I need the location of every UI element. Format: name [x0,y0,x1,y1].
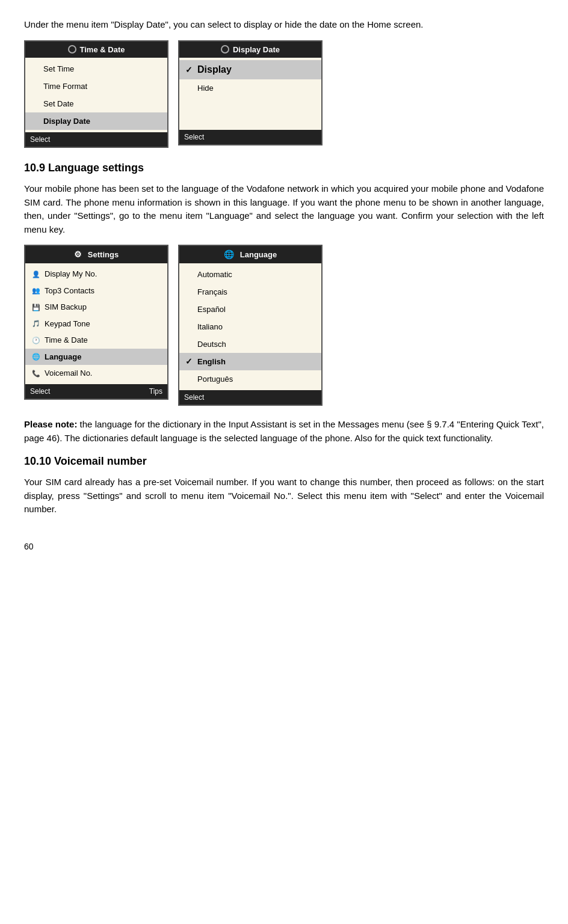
screenshot-row-2: ⚙ Settings 👤 Display My No. 👥 Top3 Conta… [24,245,544,406]
voicemail-paragraph: Your SIM card already has a pre-set Voic… [24,476,544,516]
phone-screen-display-date: Display Date ✓ Display Hide Select [178,40,323,146]
menu-item-italiano: Italiano [179,318,321,335]
screen1-menu-list: Set Time Time Format Set Date Display Da… [25,58,167,132]
contacts-icon: 👥 [31,286,41,295]
menu-item-time-date: 🕐 Time & Date [25,332,167,349]
screen4-title: Language [240,249,277,261]
screen1-select-btn[interactable]: Select [30,134,50,145]
screen1-title: Time & Date [80,44,125,56]
menu-item-top3: 👥 Top3 Contacts [25,283,167,299]
screen3-settings-icon: ⚙ [74,248,82,261]
screenshot-row-1: Time & Date Set Time Time Format Set Dat… [24,40,544,148]
screen4-bottom-bar: Select [179,390,321,405]
section-heading-language: 10.9 Language settings [24,160,544,176]
phone-screen-time-date: Time & Date Set Time Time Format Set Dat… [24,40,168,148]
screen2-menu-list: ✓ Display Hide [179,58,321,130]
screen1-title-bar: Time & Date [25,41,167,58]
screen4-menu-list: Automatic Français Español Italiano Deut… [179,263,321,390]
menu-item-display-date: Display Date [25,112,167,130]
menu-item-language: 🌐 Language [25,349,167,366]
screen3-tips-btn[interactable]: Tips [149,386,162,397]
menu-item-display: ✓ Display [179,60,321,79]
phone-screen-settings: ⚙ Settings 👤 Display My No. 👥 Top3 Conta… [24,245,168,400]
person-icon: 👤 [31,269,41,279]
voicemail-icon: 📞 [31,369,41,378]
menu-item-automatic: Automatic [179,266,321,283]
intro-paragraph: Under the menu item "Display Date", you … [24,18,544,32]
note-text: the language for the dictionary in the I… [24,419,544,443]
language-icon: 🌐 [31,352,41,361]
screen2-clock-icon [221,45,229,54]
screen2-title-bar: Display Date [179,41,321,58]
note-bold-label: Please note: [24,419,77,429]
screen3-title-bar: ⚙ Settings [25,246,167,263]
screen2-select-btn[interactable]: Select [184,132,204,142]
note-paragraph: Please note: the language for the dictio… [24,418,544,445]
screen4-title-bar: 🌐 Language [179,246,321,263]
screen3-title: Settings [88,249,119,261]
page-number: 60 [24,540,544,553]
keypad-icon: 🎵 [31,319,41,328]
menu-item-francais: Français [179,283,321,301]
screen3-menu-list: 👤 Display My No. 👥 Top3 Contacts 💾 SIM B… [25,263,167,384]
screen2-bottom-bar: Select [179,130,321,144]
section-heading-voicemail: 10.10 Voicemail number [24,453,544,470]
menu-item-espanol: Español [179,301,321,318]
menu-item-keypad-tone: 🎵 Keypad Tone [25,316,167,332]
clock-icon: 🕐 [31,335,41,345]
menu-item-time-format: Time Format [25,78,167,95]
sim-icon: 💾 [31,302,41,312]
screen3-bottom-bar: Select Tips [25,384,167,399]
screen1-clock-icon [68,45,76,54]
menu-item-hide: Hide [179,79,321,97]
menu-item-sim-backup: 💾 SIM Backup [25,299,167,316]
menu-item-set-time: Set Time [25,60,167,78]
menu-item-english: ✓ English [179,353,321,370]
screen3-select-btn[interactable]: Select [30,386,50,397]
phone-screen-language: 🌐 Language Automatic Français Español It… [178,245,323,406]
menu-item-voicemail-no: 📞 Voicemail No. [25,365,167,382]
screen2-title: Display Date [233,44,280,56]
screen1-bottom-bar: Select [25,132,167,147]
menu-item-deutsch: Deutsch [179,335,321,353]
menu-item-display-my-no: 👤 Display My No. [25,266,167,283]
screen4-select-btn[interactable]: Select [184,392,204,403]
language-paragraph: Your mobile phone has been set to the la… [24,182,544,236]
menu-item-set-date: Set Date [25,95,167,112]
screen4-language-icon: 🌐 [224,248,234,261]
menu-item-portugues: Português [179,370,321,388]
